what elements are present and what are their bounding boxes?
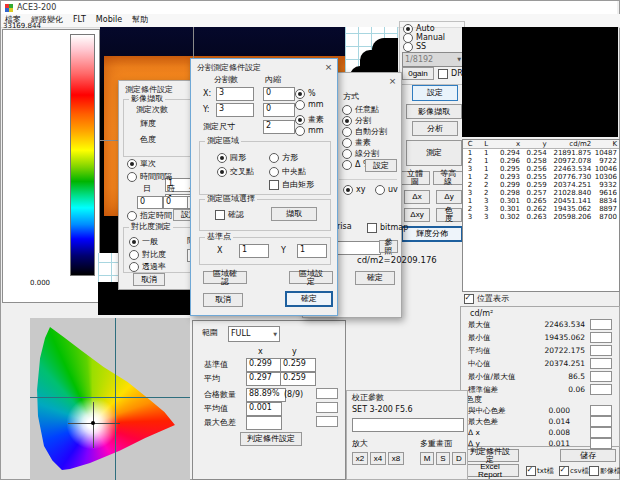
single-shot-radio[interactable]: 單次 xyxy=(127,159,156,169)
method-option-split[interactable]: 分割 xyxy=(342,116,371,126)
y-inset-field[interactable]: 0 xyxy=(263,103,295,117)
delta-y-button[interactable]: Δy xyxy=(436,190,462,204)
method-option-autosplit[interactable]: 自動分割 xyxy=(342,127,387,137)
gain-button[interactable]: 0gain xyxy=(402,67,434,80)
y-div-field[interactable]: 3 xyxy=(216,103,254,117)
delta-x-button[interactable]: Δx xyxy=(404,190,430,204)
inset-mm-radio[interactable]: mm xyxy=(295,100,324,110)
chroma-view-button[interactable]: 色度 xyxy=(436,208,462,222)
col-y[interactable]: y xyxy=(522,140,549,148)
free-rect-checkbox[interactable]: 自由矩形 xyxy=(269,180,314,190)
capture-area-button[interactable]: 擷取 xyxy=(271,207,317,221)
method-option-pixel[interactable]: 畫素 xyxy=(342,138,371,148)
inset-percent-radio[interactable]: % xyxy=(295,89,316,99)
area-cross-radio[interactable]: 交叉點 xyxy=(217,167,254,177)
cancel-button[interactable]: 取消 xyxy=(203,293,243,307)
area-square-radio[interactable]: 方形 xyxy=(269,153,298,163)
colorbar-gradient[interactable] xyxy=(70,34,95,276)
avg-x-field[interactable]: 0.297 xyxy=(246,372,282,386)
normal-radio[interactable]: 一般 xyxy=(129,237,158,247)
day-field[interactable]: 0 xyxy=(137,196,163,209)
close-icon[interactable]: × xyxy=(386,75,399,87)
hour-field[interactable]: 0 xyxy=(163,196,189,209)
menu-help[interactable]: 幫助 xyxy=(132,16,148,25)
col-x[interactable]: x xyxy=(495,140,522,148)
luminance-dist-button[interactable]: 輝度分佈 xyxy=(401,226,463,242)
bitmap-checkbox[interactable]: bitmap xyxy=(367,223,408,233)
ref-x-field[interactable]: 0.299 xyxy=(246,358,282,372)
titlebar[interactable]: ACE3-200 xyxy=(1,1,617,14)
image-file-checkbox[interactable]: 影像檔 xyxy=(589,466,620,476)
delta-xy-button[interactable]: Δxy xyxy=(404,208,430,222)
range-select[interactable]: FULL▼ xyxy=(228,326,280,342)
position-display-checkbox[interactable]: 位置表示 xyxy=(464,294,509,304)
table-row[interactable]: 330.3020.26320598.2068700 xyxy=(463,213,619,221)
size-pixel-radio[interactable]: 畫素 xyxy=(295,115,324,125)
method-set-button[interactable]: 設定 xyxy=(365,159,397,172)
cie-horseshoe[interactable] xyxy=(30,318,190,480)
menu-flt[interactable]: FLT xyxy=(73,16,86,25)
judge-setting-button[interactable]: 判定條件設定 xyxy=(240,432,302,446)
csv-checkbox[interactable]: csv檔 xyxy=(559,466,589,476)
area-set-button[interactable]: 區域設定 xyxy=(289,271,333,284)
ok-button[interactable]: 確定 xyxy=(285,291,333,307)
method-ok-button[interactable]: 確定 xyxy=(355,271,395,285)
table-row[interactable]: 220.2990.25920374.2519332 xyxy=(463,181,619,189)
table-row[interactable]: 120.2930.25520776.73010306 xyxy=(463,173,619,181)
table-row[interactable]: 110.2940.25421891.87510487 xyxy=(463,149,619,157)
col-c[interactable]: C xyxy=(463,140,479,148)
area-circle-radio[interactable]: 圓形 xyxy=(217,153,246,163)
dr-checkbox[interactable]: DR xyxy=(438,69,463,79)
measure-button[interactable]: 測定 xyxy=(406,140,462,166)
close-icon[interactable]: × xyxy=(322,61,335,73)
solid-view-button[interactable]: 立體圖 xyxy=(400,171,430,185)
browse-button[interactable]: 參照 xyxy=(379,240,398,253)
camera-preview[interactable] xyxy=(462,27,618,137)
area-confirm-button[interactable]: 區域確認 xyxy=(203,271,247,284)
calibration-field[interactable] xyxy=(352,418,464,432)
multi-s-button[interactable]: S xyxy=(436,452,450,465)
txt-checkbox[interactable]: txt檔 xyxy=(526,466,554,476)
multi-m-button[interactable]: M xyxy=(420,452,434,465)
base-x-field[interactable]: 1 xyxy=(239,244,269,258)
avg-y-field[interactable]: 0.259 xyxy=(280,372,316,386)
table-row[interactable]: 230.3010.26219435.0628897 xyxy=(463,205,619,213)
judge-condition-button[interactable]: 判定條件設定 xyxy=(461,449,519,462)
ss-radio[interactable]: SS xyxy=(403,42,426,52)
uv-radio[interactable]: uv xyxy=(375,185,398,195)
xy-radio[interactable]: xy xyxy=(343,185,365,195)
shutter-select[interactable]: 1/8192▼ xyxy=(402,52,464,67)
zoom-x8-button[interactable]: x8 xyxy=(388,452,404,465)
method-option-line[interactable]: 線分割 xyxy=(342,149,379,159)
method-option-any[interactable]: 任意點 xyxy=(342,105,379,115)
x-inset-field[interactable]: 0 xyxy=(263,87,295,101)
col-cdm2[interactable]: cd/m2 xyxy=(549,140,594,148)
zoom-x2-button[interactable]: x2 xyxy=(352,452,368,465)
table-row[interactable]: 320.2980.25721028.8409616 xyxy=(463,189,619,197)
size-mm-radio[interactable]: mm xyxy=(295,126,324,136)
table-row[interactable]: 210.2960.25820972.0789722 xyxy=(463,157,619,165)
menu-mobile[interactable]: Mobile xyxy=(96,16,122,25)
set-button[interactable]: 設定 xyxy=(412,85,458,101)
size-field[interactable]: 2 xyxy=(263,120,295,134)
transmittance-radio[interactable]: 透過率 xyxy=(129,262,166,272)
contrast-radio[interactable]: 對比度 xyxy=(129,250,166,260)
analyze-button[interactable]: 分析 xyxy=(412,121,458,136)
area-center-radio[interactable]: 中央點 xyxy=(269,167,306,177)
col-l[interactable]: L xyxy=(479,140,495,148)
set-time-radio[interactable]: 指定時間 xyxy=(127,211,172,221)
table-row[interactable]: 310.2950.25622463.53410046 xyxy=(463,165,619,173)
ref-y-field[interactable]: 0.259 xyxy=(280,358,316,372)
col-k[interactable]: K xyxy=(593,140,619,148)
confirm-checkbox[interactable]: 確認 xyxy=(215,210,244,220)
cancel-button[interactable]: 取消 xyxy=(133,273,165,286)
image-capture-button[interactable]: 影像擷取 xyxy=(406,104,462,119)
interval-radio[interactable]: 時間間隔 xyxy=(127,172,172,182)
table-row[interactable]: 130.3010.26520451.1418834 xyxy=(463,197,619,205)
multi-d-button[interactable]: D xyxy=(452,452,466,465)
x-div-field[interactable]: 3 xyxy=(216,87,254,101)
zoom-x4-button[interactable]: x4 xyxy=(370,452,386,465)
base-y-field[interactable]: 1 xyxy=(297,244,327,258)
excel-report-button[interactable]: Excel Report xyxy=(461,464,519,477)
contour-button[interactable]: 等高線 xyxy=(433,171,463,185)
